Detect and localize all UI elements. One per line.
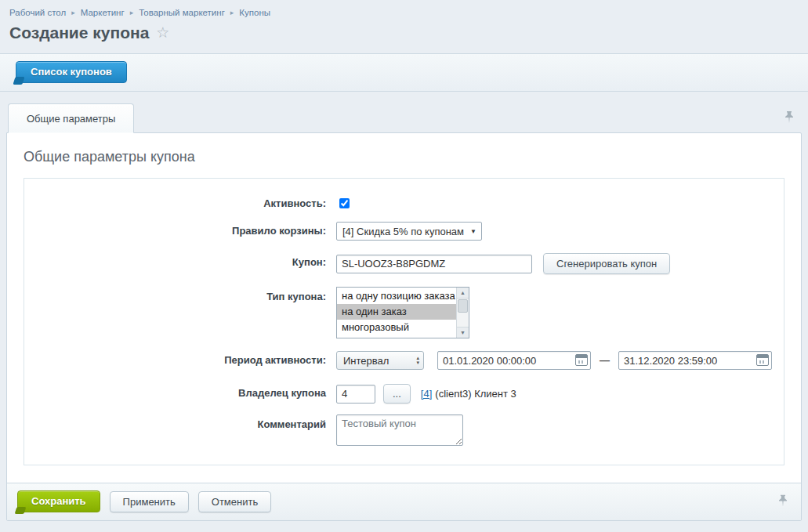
field-row-owner: Владелец купона ... [4] (client3) Клиент… [24,384,784,404]
tab-bar: Общие параметры [0,102,808,132]
coupon-type-label: Тип купона: [24,287,336,305]
stepper-arrows-icon: ▴ ▾ [416,356,419,365]
breadcrumb-link-desktop[interactable]: Рабочий стол [9,8,66,17]
breadcrumb-link-product-marketing[interactable]: Товарный маркетинг [139,8,225,17]
scroll-down-icon[interactable]: ▼ [457,327,469,338]
apply-button[interactable]: Применить [110,491,189,512]
active-checkbox[interactable] [339,198,350,208]
page-title-text: Создание купона [9,24,149,42]
page-title: Создание купона☆ [9,24,808,42]
period-mode-value: Интервал [343,355,389,367]
comment-textarea[interactable]: Тестовый купон [336,414,463,446]
form-heading: Общие параметры купона [24,149,801,165]
field-row-active-period: Период активности: Интервал ▴ ▾ — [24,351,784,370]
edit-form-container: Общие параметры купона Активность: Прави… [6,132,802,521]
coupon-type-options: на одну позицию заказа на один заказ мно… [337,288,456,338]
breadcrumb-arrow-icon: ▸ [230,9,234,16]
field-row-coupon-type: Тип купона: на одну позицию заказа на од… [24,287,784,338]
period-to-input[interactable] [618,351,772,370]
breadcrumb-arrow-icon: ▸ [71,9,75,16]
field-row-comment: Комментарий Тестовый купон [24,414,784,446]
coupon-input[interactable] [336,255,532,273]
comment-label: Комментарий [24,414,336,432]
context-toolbar: Список купонов [0,53,808,92]
coupon-type-option[interactable]: на один заказ [337,304,456,320]
pin-icon[interactable] [784,111,794,126]
coupon-type-option[interactable]: многоразовый [337,320,456,335]
form-fields-box: Активность: Правило корзины: [4] Скидка … [24,178,784,465]
breadcrumb: Рабочий стол▸Маркетинг▸Товарный маркетин… [0,0,808,17]
chevron-down-icon: ▼ [470,228,476,235]
coupon-list-button[interactable]: Список купонов [16,61,127,83]
period-mode-select[interactable]: Интервал ▴ ▾ [336,351,424,370]
form-footer-bar: Сохранить Применить Отменить [7,483,801,520]
basket-rule-select[interactable]: [4] Скидка 5% по купонам ▼ [336,222,482,241]
scrollbar-track[interactable] [457,299,469,327]
basket-rule-label: Правило корзины: [24,222,336,241]
scroll-up-icon[interactable]: ▲ [457,288,469,299]
owner-id-input[interactable] [336,385,375,404]
basket-rule-selected-value: [4] Скидка 5% по купонам [342,226,464,237]
stepper-down-icon: ▾ [416,360,419,365]
calendar-icon[interactable] [575,354,588,366]
period-dash: — [600,351,610,370]
tab-general-parameters[interactable]: Общие параметры [8,103,134,133]
owner-link[interactable]: [4] [421,385,432,404]
coupon-label: Купон: [24,253,336,272]
field-row-coupon: Купон: Сгенерировать купон [24,253,784,274]
breadcrumb-arrow-icon: ▸ [130,9,134,16]
field-row-active: Активность: [24,194,784,213]
favorite-star-icon[interactable]: ☆ [156,24,169,41]
listbox-scrollbar[interactable]: ▲ ▼ [456,288,469,338]
coupon-type-option[interactable]: на одну позицию заказа [337,288,456,304]
owner-browse-button[interactable]: ... [383,384,411,404]
cancel-button[interactable]: Отменить [198,491,271,512]
active-label: Активность: [24,194,336,213]
breadcrumb-link-coupons[interactable]: Купоны [239,8,270,17]
coupon-type-listbox[interactable]: на одну позицию заказа на один заказ мно… [336,287,469,338]
scrollbar-thumb[interactable] [458,299,468,313]
generate-coupon-button[interactable]: Сгенерировать купон [543,253,670,274]
field-row-basket-rule: Правило корзины: [4] Скидка 5% по купона… [24,222,784,241]
period-from-input[interactable] [437,351,591,370]
owner-label: Владелец купона [24,384,336,403]
active-period-label: Период активности: [24,351,336,370]
save-button[interactable]: Сохранить [17,490,100,512]
owner-description: (client3) Клиент 3 [435,385,516,404]
pin-icon[interactable] [778,494,788,509]
breadcrumb-link-marketing[interactable]: Маркетинг [81,8,125,17]
calendar-icon[interactable] [756,354,769,366]
